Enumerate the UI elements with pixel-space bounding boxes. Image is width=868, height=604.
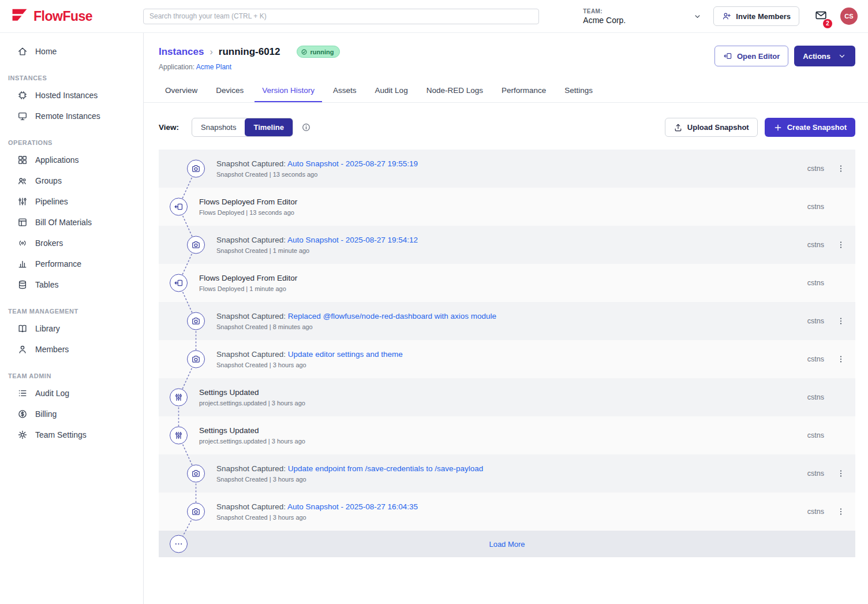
sidebar-item-applications[interactable]: Applications <box>0 150 143 170</box>
user-plus-icon <box>722 12 731 21</box>
timeline-row: Snapshot Captured: Replaced @flowfuse/no… <box>159 302 855 340</box>
kebab-menu-icon[interactable] <box>836 164 845 173</box>
create-snapshot-button[interactable]: Create Snapshot <box>765 118 855 137</box>
settings-icon <box>174 393 184 402</box>
kebab-menu-icon[interactable] <box>836 507 845 516</box>
timeline-gutter <box>159 226 192 264</box>
sidebar-item-groups[interactable]: Groups <box>0 170 143 191</box>
flowfuse-logo[interactable]: FlowFuse <box>10 8 143 25</box>
timeline-row: Flows Deployed From EditorFlows Deployed… <box>159 264 855 302</box>
notifications-button[interactable]: 2 <box>814 9 828 24</box>
event-menu-slot <box>832 240 850 249</box>
application-link[interactable]: Acme Plant <box>196 63 231 71</box>
snapshot-link[interactable]: Update editor settings and theme <box>288 350 403 359</box>
load-more-link[interactable]: Load More <box>159 540 855 549</box>
sidebar-item-pipelines[interactable]: Pipelines <box>0 191 143 212</box>
team-label: TEAM: <box>583 8 693 14</box>
settings-icon <box>174 431 184 441</box>
sidebar-item-library[interactable]: Library <box>0 318 143 339</box>
tab-settings[interactable]: Settings <box>557 80 600 102</box>
sidebar-item-label: Bill Of Materials <box>35 218 92 227</box>
tab-performance[interactable]: Performance <box>494 80 553 102</box>
sidebar-item-brokers[interactable]: Brokers <box>0 233 143 253</box>
event-body: Snapshot Captured: Update editor setting… <box>192 350 807 368</box>
timeline-row: Snapshot Captured: Auto Snapshot - 2025-… <box>159 150 855 188</box>
sidebar-item-team-settings[interactable]: Team Settings <box>0 424 143 445</box>
camera-icon <box>191 164 201 174</box>
library-icon <box>17 323 28 334</box>
kebab-menu-icon[interactable] <box>836 355 845 364</box>
snapshot-link[interactable]: Auto Snapshot - 2025-08-27 19:55:19 <box>287 159 418 168</box>
camera-event-marker <box>187 465 205 483</box>
event-body: Flows Deployed From EditorFlows Deployed… <box>192 197 807 216</box>
timeline-gutter <box>159 188 192 226</box>
version-history-timeline: Snapshot Captured: Auto Snapshot - 2025-… <box>159 150 855 557</box>
sidebar-item-members[interactable]: Members <box>0 339 143 360</box>
event-title-prefix: Snapshot Captured: <box>216 236 287 244</box>
sidebar-item-performance[interactable]: Performance <box>0 253 143 274</box>
invite-members-button[interactable]: Invite Members <box>713 6 799 26</box>
timeline-gutter <box>159 493 192 531</box>
kebab-menu-icon[interactable] <box>836 316 845 326</box>
load-more-row: Load More <box>159 531 855 557</box>
topbar: FlowFuse TEAM: Acme Corp. Invite Members… <box>0 0 868 33</box>
sidebar-item-tables[interactable]: Tables <box>0 274 143 295</box>
event-user: cstns <box>807 241 824 249</box>
timeline-gutter <box>159 302 192 340</box>
kebab-menu-icon[interactable] <box>836 240 845 249</box>
sidebar-item-audit-log[interactable]: Audit Log <box>0 383 143 404</box>
event-title-prefix: Snapshot Captured: <box>216 159 287 168</box>
breadcrumb-instances-link[interactable]: Instances <box>159 46 204 58</box>
camera-event-marker <box>187 503 205 521</box>
sidebar-section-instances: INSTANCES <box>0 62 143 85</box>
camera-icon <box>191 507 201 517</box>
sidebar-item-billing[interactable]: Billing <box>0 404 143 424</box>
view-toggle-snapshots[interactable]: Snapshots <box>192 118 245 136</box>
snapshot-link[interactable]: Auto Snapshot - 2025-08-27 19:54:12 <box>287 236 418 244</box>
sidebar-item-hosted-instances[interactable]: Hosted Instances <box>0 85 143 106</box>
open-editor-label: Open Editor <box>737 52 780 61</box>
info-icon[interactable] <box>301 122 311 132</box>
view-toggle-timeline[interactable]: Timeline <box>245 118 293 136</box>
open-editor-button[interactable]: Open Editor <box>714 46 788 66</box>
event-user: cstns <box>807 279 824 287</box>
tab-assets[interactable]: Assets <box>326 80 364 102</box>
event-menu-slot <box>832 316 850 326</box>
chevron-down-icon <box>837 51 847 61</box>
header-actions: Open Editor Actions <box>714 46 855 66</box>
application-line: Application: Acme Plant <box>159 63 340 71</box>
kebab-menu-icon[interactable] <box>836 469 845 478</box>
team-selector[interactable]: TEAM: Acme Corp. <box>583 8 705 25</box>
camera-icon <box>191 316 201 326</box>
snapshot-link[interactable]: Update endpoint from /save-credentials t… <box>288 464 483 473</box>
bill-of-materials-icon <box>17 217 28 228</box>
avatar[interactable]: CS <box>840 8 858 25</box>
sidebar-item-bill-of-materials[interactable]: Bill Of Materials <box>0 212 143 233</box>
tab-overview[interactable]: Overview <box>158 80 205 102</box>
event-title: Flows Deployed From Editor <box>199 197 807 206</box>
snapshot-link[interactable]: Replaced @flowfuse/node-red-dashboard wi… <box>288 312 496 320</box>
upload-snapshot-button[interactable]: Upload Snapshot <box>665 118 758 137</box>
groups-icon <box>17 176 28 186</box>
event-body: Snapshot Captured: Auto Snapshot - 2025-… <box>192 502 807 521</box>
billing-icon <box>17 409 28 419</box>
search-input[interactable] <box>143 9 539 24</box>
camera-event-marker <box>187 160 205 178</box>
event-user: cstns <box>807 203 824 211</box>
tab-node-red-logs[interactable]: Node-RED Logs <box>419 80 491 102</box>
sidebar-item-label: Remote Instances <box>35 111 100 121</box>
tab-audit-log[interactable]: Audit Log <box>368 80 416 102</box>
audit-log-icon <box>17 388 28 398</box>
brokers-icon <box>17 238 28 248</box>
tab-devices[interactable]: Devices <box>208 80 251 102</box>
timeline-gutter <box>159 150 192 188</box>
snapshot-link[interactable]: Auto Snapshot - 2025-08-27 16:04:35 <box>287 502 418 511</box>
timeline-gutter <box>159 416 192 454</box>
sidebar-item-remote-instances[interactable]: Remote Instances <box>0 106 143 126</box>
tab-version-history[interactable]: Version History <box>255 80 322 102</box>
actions-button[interactable]: Actions <box>794 46 855 66</box>
sidebar-item-home[interactable]: Home <box>0 41 143 62</box>
event-user: cstns <box>807 508 824 516</box>
timeline-gutter <box>159 340 192 378</box>
breadcrumb: Instances › running-6012 running <box>159 46 340 58</box>
